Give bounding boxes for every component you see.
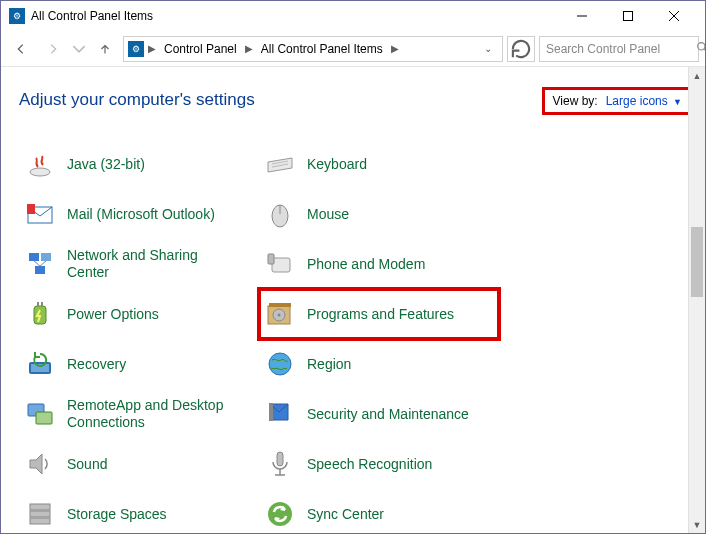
svg-rect-1 xyxy=(624,12,633,21)
svg-point-29 xyxy=(269,353,291,375)
mail-icon xyxy=(23,197,57,231)
svg-rect-14 xyxy=(41,253,51,261)
page-title: Adjust your computer's settings xyxy=(19,90,255,110)
svg-point-39 xyxy=(268,502,292,526)
svg-line-16 xyxy=(34,261,40,266)
sync-icon xyxy=(263,497,297,529)
svg-rect-21 xyxy=(37,302,39,306)
svg-rect-15 xyxy=(35,266,45,274)
item-keyboard[interactable]: Keyboard xyxy=(259,139,499,189)
control-panel-address-icon: ⚙ xyxy=(128,41,144,57)
item-power[interactable]: Power Options xyxy=(19,289,259,339)
item-region[interactable]: Region xyxy=(259,339,499,389)
svg-line-17 xyxy=(40,261,46,266)
item-label: Sound xyxy=(67,456,107,473)
item-remoteapp[interactable]: RemoteApp and Desktop Connections xyxy=(19,389,259,439)
item-recovery[interactable]: Recovery xyxy=(19,339,259,389)
back-button[interactable] xyxy=(7,35,35,63)
network-icon xyxy=(23,247,57,281)
search-input[interactable] xyxy=(546,42,696,56)
address-bar[interactable]: ⚙ ▶ Control Panel ▶ All Control Panel It… xyxy=(123,36,503,62)
phone-icon xyxy=(263,247,297,281)
svg-rect-32 xyxy=(269,403,273,421)
control-panel-icon: ⚙ xyxy=(9,8,25,24)
up-button[interactable] xyxy=(91,35,119,63)
chevron-right-icon[interactable]: ▶ xyxy=(389,43,401,54)
svg-rect-13 xyxy=(29,253,39,261)
view-by-value[interactable]: Large icons ▼ xyxy=(606,94,682,108)
maximize-button[interactable] xyxy=(605,1,651,31)
speech-icon xyxy=(263,447,297,481)
item-network[interactable]: Network and Sharing Center xyxy=(19,239,259,289)
svg-rect-37 xyxy=(30,511,50,517)
item-speech[interactable]: Speech Recognition xyxy=(259,439,499,489)
view-by-control[interactable]: View by: Large icons ▼ xyxy=(542,87,693,115)
item-mouse[interactable]: Mouse xyxy=(259,189,499,239)
svg-point-25 xyxy=(278,314,281,317)
item-storage[interactable]: Storage Spaces xyxy=(19,489,259,529)
address-dropdown-icon[interactable]: ⌄ xyxy=(478,43,498,54)
sound-icon xyxy=(23,447,57,481)
item-label: Sync Center xyxy=(307,506,384,523)
item-label: Storage Spaces xyxy=(67,506,167,523)
item-sync[interactable]: Sync Center xyxy=(259,489,499,529)
item-label: Programs and Features xyxy=(307,306,454,323)
item-label: Phone and Modem xyxy=(307,256,425,273)
item-label: Network and Sharing Center xyxy=(67,247,237,281)
svg-point-6 xyxy=(30,168,50,176)
item-security[interactable]: Security and Maintenance xyxy=(259,389,499,439)
window-title: All Control Panel Items xyxy=(31,9,559,23)
svg-rect-22 xyxy=(41,302,43,306)
item-programs-and-features[interactable]: Programs and Features xyxy=(259,289,499,339)
scroll-up-button[interactable]: ▲ xyxy=(689,67,705,84)
svg-rect-19 xyxy=(268,254,274,264)
close-button[interactable] xyxy=(651,1,697,31)
titlebar: ⚙ All Control Panel Items xyxy=(1,1,705,31)
item-label: Keyboard xyxy=(307,156,367,173)
item-label: Recovery xyxy=(67,356,126,373)
chevron-right-icon[interactable]: ▶ xyxy=(146,43,158,54)
item-java[interactable]: Java (32-bit) xyxy=(19,139,259,189)
security-icon xyxy=(263,397,297,431)
region-icon xyxy=(263,347,297,381)
item-phone[interactable]: Phone and Modem xyxy=(259,239,499,289)
breadcrumb-all-items[interactable]: All Control Panel Items xyxy=(257,37,387,61)
power-icon xyxy=(23,297,57,331)
scroll-thumb[interactable] xyxy=(691,227,703,297)
recovery-icon xyxy=(23,347,57,381)
search-icon xyxy=(696,41,706,57)
item-label: Mouse xyxy=(307,206,349,223)
refresh-button[interactable] xyxy=(507,36,535,62)
content-header: Adjust your computer's settings View by:… xyxy=(19,87,693,115)
svg-point-4 xyxy=(698,42,705,49)
breadcrumb-control-panel[interactable]: Control Panel xyxy=(160,37,241,61)
item-mail[interactable]: Mail (Microsoft Outlook) xyxy=(19,189,259,239)
svg-rect-31 xyxy=(36,412,52,424)
remoteapp-icon xyxy=(23,397,57,431)
svg-rect-10 xyxy=(27,204,35,214)
minimize-button[interactable] xyxy=(559,1,605,31)
chevron-right-icon[interactable]: ▶ xyxy=(243,43,255,54)
toolbar: ⚙ ▶ Control Panel ▶ All Control Panel It… xyxy=(1,31,705,67)
items-area: Java (32-bit) Keyboard Mail (Microsoft O… xyxy=(19,139,693,529)
svg-rect-36 xyxy=(30,504,50,510)
view-by-value-text: Large icons xyxy=(606,94,668,108)
chevron-down-icon: ▼ xyxy=(673,97,682,107)
svg-rect-18 xyxy=(272,258,290,272)
item-label: Speech Recognition xyxy=(307,456,432,473)
content-area: Adjust your computer's settings View by:… xyxy=(7,67,705,533)
item-label: Security and Maintenance xyxy=(307,406,469,423)
body: Adjust your computer's settings View by:… xyxy=(1,67,705,533)
search-box[interactable] xyxy=(539,36,699,62)
programs-icon xyxy=(263,297,297,331)
storage-icon xyxy=(23,497,57,529)
forward-button[interactable] xyxy=(39,35,67,63)
recent-locations-button[interactable] xyxy=(71,35,87,63)
view-by-label: View by: xyxy=(553,94,598,108)
scroll-down-button[interactable]: ▼ xyxy=(689,516,705,533)
item-sound[interactable]: Sound xyxy=(19,439,259,489)
window-controls xyxy=(559,1,697,31)
java-icon xyxy=(23,147,57,181)
vertical-scrollbar[interactable]: ▲ ▼ xyxy=(688,67,705,533)
item-label: Mail (Microsoft Outlook) xyxy=(67,206,215,223)
